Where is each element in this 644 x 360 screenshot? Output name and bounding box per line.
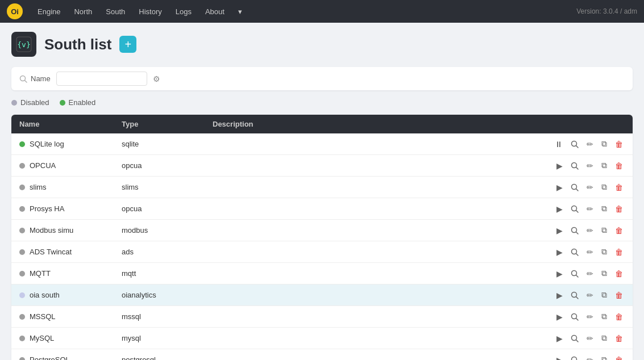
play-button[interactable]: ▶ <box>555 290 564 301</box>
table-row[interactable]: SQLite log sqlite ⏸ ✏ ⧉ 🗑 <box>11 133 633 155</box>
search-button[interactable] <box>569 355 580 361</box>
delete-button[interactable]: 🗑 <box>613 290 625 301</box>
copy-button[interactable]: ⧉ <box>600 181 609 193</box>
copy-button[interactable]: ⧉ <box>600 354 609 360</box>
table-row[interactable]: Prosys HA opcua ▶ ✏ ⧉ 🗑 <box>11 198 633 220</box>
svg-text:{v}: {v} <box>17 40 30 49</box>
search-button[interactable] <box>569 269 580 279</box>
search-button[interactable] <box>569 247 580 257</box>
col-description: Description <box>205 115 545 133</box>
add-south-button[interactable]: + <box>119 36 136 53</box>
status-indicator <box>19 249 25 255</box>
cell-description <box>205 198 545 220</box>
play-button[interactable]: ▶ <box>555 354 564 361</box>
search-button[interactable] <box>569 333 580 344</box>
disabled-dot <box>11 100 17 106</box>
delete-button[interactable]: 🗑 <box>613 246 625 258</box>
cell-name: MySQL <box>11 328 114 349</box>
play-button[interactable]: ▶ <box>555 311 564 323</box>
nav-engine[interactable]: Engine <box>32 0 66 23</box>
cell-description <box>205 328 545 349</box>
edit-button[interactable]: ✏ <box>585 246 595 258</box>
delete-button[interactable]: 🗑 <box>613 311 625 323</box>
copy-button[interactable]: ⧉ <box>600 289 609 301</box>
edit-button[interactable]: ✏ <box>585 290 595 301</box>
table-row[interactable]: slims slims ▶ ✏ ⧉ 🗑 <box>11 177 633 198</box>
table-row[interactable]: PostgreSQL postgresql ▶ ✏ ⧉ 🗑 <box>11 349 633 361</box>
table-row[interactable]: Modbus simu modbus ▶ ✏ ⧉ 🗑 <box>11 220 633 241</box>
cell-type: opcua <box>114 198 205 220</box>
south-table: Name Type Description SQLite log sqlite … <box>11 115 633 360</box>
delete-button[interactable]: 🗑 <box>613 268 625 279</box>
edit-button[interactable]: ✏ <box>585 333 595 344</box>
search-button[interactable] <box>569 161 580 171</box>
cell-actions: ▶ ✏ ⧉ 🗑 <box>545 177 633 198</box>
search-button[interactable] <box>569 204 580 214</box>
table-row[interactable]: MSSQL mssql ▶ ✏ ⧉ 🗑 <box>11 306 633 328</box>
copy-button[interactable]: ⧉ <box>600 224 609 236</box>
disabled-label: Disabled <box>20 98 49 107</box>
copy-button[interactable]: ⧉ <box>600 160 609 171</box>
play-button[interactable]: ▶ <box>555 203 564 215</box>
delete-button[interactable]: 🗑 <box>613 139 625 150</box>
edit-button[interactable]: ✏ <box>585 182 595 193</box>
cell-description <box>205 263 545 284</box>
cell-actions: ▶ ✏ ⧉ 🗑 <box>545 220 633 241</box>
edit-button[interactable]: ✏ <box>585 354 595 361</box>
table-row[interactable]: MySQL mysql ▶ ✏ ⧉ 🗑 <box>11 328 633 349</box>
copy-button[interactable]: ⧉ <box>600 311 609 323</box>
search-input[interactable] <box>56 72 147 86</box>
copy-button[interactable]: ⧉ <box>600 246 609 258</box>
copy-button[interactable]: ⧉ <box>600 138 609 150</box>
pause-button[interactable]: ⏸ <box>553 139 564 150</box>
table-row[interactable]: ADS Twincat ads ▶ ✏ ⧉ 🗑 <box>11 241 633 263</box>
nav-history[interactable]: History <box>133 0 167 23</box>
table-row[interactable]: oia south oianalytics ▶ ✏ ⧉ 🗑 <box>11 284 633 306</box>
edit-button[interactable]: ✏ <box>585 311 595 323</box>
copy-button[interactable]: ⧉ <box>600 203 609 215</box>
delete-button[interactable]: 🗑 <box>613 333 625 344</box>
nav-logs[interactable]: Logs <box>170 0 197 23</box>
page-icon: {v} <box>11 32 36 57</box>
delete-button[interactable]: 🗑 <box>613 354 625 361</box>
cell-name: Modbus simu <box>11 220 114 241</box>
delete-button[interactable]: 🗑 <box>613 182 625 193</box>
edit-button[interactable]: ✏ <box>585 225 595 236</box>
play-button[interactable]: ▶ <box>555 333 564 344</box>
table-header: Name Type Description <box>11 115 633 133</box>
status-indicator <box>19 228 25 233</box>
nav-north[interactable]: North <box>68 0 98 23</box>
edit-button[interactable]: ✏ <box>585 139 595 150</box>
search-button[interactable] <box>569 290 580 300</box>
nav-south[interactable]: South <box>100 0 131 23</box>
edit-button[interactable]: ✏ <box>585 203 595 215</box>
table-row[interactable]: OPCUA opcua ▶ ✏ ⧉ 🗑 <box>11 155 633 177</box>
filter-icon[interactable]: ⚙ <box>153 74 160 83</box>
copy-button[interactable]: ⧉ <box>600 332 609 344</box>
delete-button[interactable]: 🗑 <box>613 225 625 236</box>
cell-name: SQLite log <box>11 133 114 155</box>
play-button[interactable]: ▶ <box>555 225 564 236</box>
nav-about[interactable]: About <box>200 0 230 23</box>
play-button[interactable]: ▶ <box>555 160 564 171</box>
cell-description <box>205 349 545 361</box>
svg-line-9 <box>576 189 579 191</box>
table-row[interactable]: MQTT mqtt ▶ ✏ ⧉ 🗑 <box>11 263 633 284</box>
play-button[interactable]: ▶ <box>555 182 564 193</box>
search-button[interactable] <box>569 182 580 192</box>
brand[interactable]: Oi <box>7 3 23 19</box>
delete-button[interactable]: 🗑 <box>613 203 625 215</box>
status-indicator <box>19 206 25 212</box>
edit-button[interactable]: ✏ <box>585 160 595 171</box>
search-button[interactable] <box>569 139 580 149</box>
nav-user-menu[interactable]: ▾ <box>232 0 248 23</box>
play-button[interactable]: ▶ <box>555 268 564 279</box>
search-button[interactable] <box>569 225 580 236</box>
play-button[interactable]: ▶ <box>555 246 564 258</box>
cell-actions: ▶ ✏ ⧉ 🗑 <box>545 241 633 263</box>
svg-line-3 <box>25 80 27 82</box>
search-button[interactable] <box>569 312 580 322</box>
edit-button[interactable]: ✏ <box>585 268 595 279</box>
copy-button[interactable]: ⧉ <box>600 267 609 279</box>
delete-button[interactable]: 🗑 <box>613 160 625 171</box>
